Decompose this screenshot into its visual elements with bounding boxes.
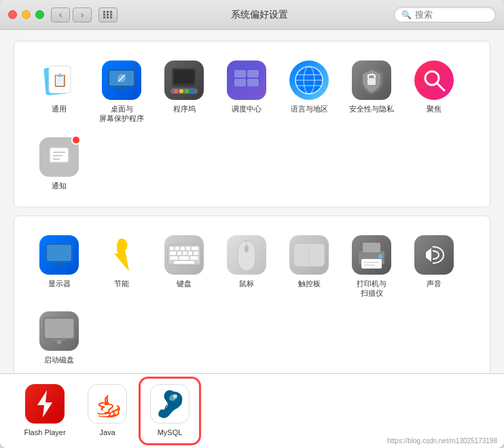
security-label: 安全性与隐私: [349, 104, 394, 114]
svg-rect-9: [174, 70, 194, 84]
svg-rect-43: [170, 252, 176, 255]
language-icon: [289, 61, 329, 100]
svg-rect-34: [47, 245, 71, 261]
energy-icon: [102, 235, 141, 275]
dock-icon: [164, 61, 204, 100]
svg-rect-44: [177, 252, 181, 255]
desktop-icon: [102, 61, 141, 100]
svg-rect-57: [363, 243, 380, 252]
search-icon: 🔍: [401, 10, 412, 20]
printer-item[interactable]: 打印机与扫描仪: [340, 227, 403, 304]
flash-icon: [25, 384, 65, 424]
mission-label: 调度中心: [232, 104, 262, 114]
mission-icon: [227, 61, 266, 100]
energy-label: 节能: [114, 279, 129, 288]
svg-rect-42: [192, 247, 198, 250]
svg-line-28: [437, 83, 444, 90]
spotlight-item[interactable]: 聚焦: [403, 52, 465, 129]
spotlight-label: 聚焦: [427, 104, 442, 114]
svg-rect-39: [175, 247, 179, 250]
startup-label: 启动磁盘: [44, 355, 74, 364]
flash-item[interactable]: Flash Player: [14, 379, 76, 443]
language-label: 语言与地区: [291, 104, 328, 114]
svg-rect-18: [234, 79, 246, 86]
url-bar: https://blog.csdn.net/m13025173198: [387, 437, 497, 445]
svg-rect-5: [119, 86, 124, 88]
svg-rect-60: [364, 264, 375, 266]
svg-point-13: [185, 89, 189, 93]
minimize-button[interactable]: [22, 10, 31, 19]
search-box[interactable]: 🔍: [394, 7, 496, 22]
display-item[interactable]: 显示器: [28, 227, 90, 304]
svg-rect-41: [186, 247, 190, 250]
java-label: Java: [99, 428, 115, 437]
notify-item[interactable]: 通知: [28, 129, 90, 196]
svg-rect-26: [367, 78, 376, 85]
back-button[interactable]: ‹: [51, 7, 70, 22]
hardware-section: 显示器 节能: [14, 216, 490, 373]
startup-item[interactable]: 启动磁盘: [28, 303, 90, 370]
language-item[interactable]: 语言与地区: [278, 52, 340, 129]
mouse-item[interactable]: 鼠标: [215, 227, 278, 304]
svg-rect-16: [234, 70, 246, 77]
trackpad-icon: [289, 235, 329, 275]
notify-badge: [71, 135, 81, 145]
keyboard-item[interactable]: 键盘: [153, 227, 215, 304]
flash-label: Flash Player: [24, 428, 65, 437]
svg-rect-49: [179, 256, 189, 260]
mysql-icon: [150, 384, 190, 424]
printer-icon: [352, 235, 391, 275]
svg-rect-19: [247, 79, 259, 86]
traffic-lights: [8, 10, 44, 19]
trackpad-item[interactable]: 触控板: [278, 227, 340, 304]
window-title: 系统偏好设置: [124, 9, 394, 21]
svg-rect-38: [170, 247, 174, 250]
general-item[interactable]: 📋 通用: [28, 52, 90, 129]
grid-view-button[interactable]: [98, 7, 118, 22]
display-label: 显示器: [48, 279, 71, 288]
printer-label: 打印机与扫描仪: [357, 279, 386, 298]
mouse-label: 鼠标: [239, 279, 254, 288]
svg-point-102: [173, 394, 177, 398]
svg-rect-17: [247, 70, 259, 77]
grid-dots-icon: [103, 11, 113, 18]
keyboard-icon: [164, 235, 204, 275]
mysql-item[interactable]: MySQL: [139, 377, 201, 445]
maximize-button[interactable]: [35, 10, 44, 19]
desktop-label: 桌面与屏幕保护程序: [99, 104, 144, 124]
security-item[interactable]: 安全性与隐私: [340, 52, 403, 129]
search-input[interactable]: [415, 10, 488, 20]
forward-button[interactable]: ›: [73, 7, 92, 22]
personal-icons-grid: 📋 通用: [28, 52, 476, 196]
titlebar: ‹ › 系统偏好设置 🔍: [0, 0, 504, 30]
energy-item[interactable]: 节能: [90, 227, 153, 304]
svg-point-14: [190, 89, 194, 93]
svg-rect-59: [364, 262, 379, 263]
trackpad-label: 触控板: [298, 279, 321, 288]
java-item[interactable]: Java: [76, 379, 139, 443]
sound-icon: [414, 235, 454, 275]
desktop-item[interactable]: 桌面与屏幕保护程序: [90, 52, 153, 129]
main-content: 📋 通用: [0, 30, 504, 373]
security-icon: [352, 61, 391, 100]
svg-point-11: [174, 89, 178, 93]
bottom-bar: Flash Player Java: [0, 373, 504, 448]
sound-label: 声音: [427, 279, 442, 288]
mysql-label: MySQL: [158, 428, 183, 437]
svg-rect-35: [56, 262, 62, 265]
svg-rect-46: [188, 252, 192, 255]
sound-item[interactable]: 声音: [403, 227, 465, 304]
close-button[interactable]: [8, 10, 17, 19]
general-label: 通用: [52, 104, 67, 114]
dock-item[interactable]: 程序坞: [153, 52, 215, 129]
svg-rect-48: [170, 256, 178, 260]
svg-rect-36: [52, 265, 66, 266]
svg-point-53: [245, 245, 249, 252]
system-preferences-window: ‹ › 系统偏好设置 🔍: [0, 0, 504, 448]
personal-section: 📋 通用: [14, 41, 490, 207]
svg-rect-51: [174, 261, 194, 264]
mission-item[interactable]: 调度中心: [215, 52, 278, 129]
svg-rect-65: [52, 339, 66, 341]
keyboard-label: 键盘: [177, 279, 192, 288]
svg-rect-58: [361, 259, 382, 269]
